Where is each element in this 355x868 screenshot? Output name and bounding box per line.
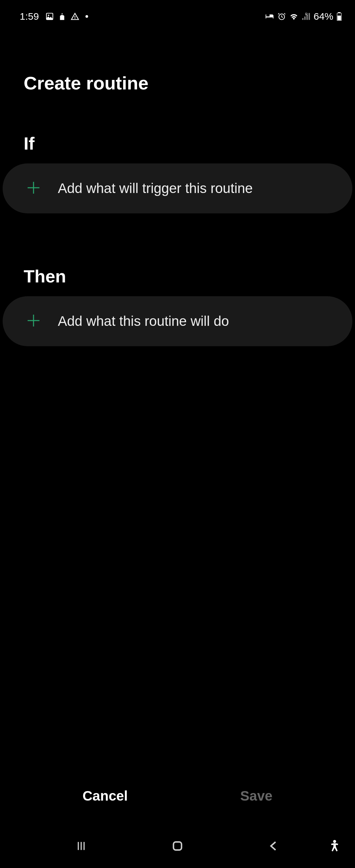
signal-icon: R [302, 13, 310, 20]
warning-icon [70, 12, 79, 21]
navigation-bar [0, 825, 355, 868]
home-icon[interactable] [171, 839, 184, 854]
add-action-label: Add what this routine will do [58, 313, 229, 329]
notification-dot-icon [86, 15, 88, 18]
wifi-icon [289, 13, 298, 20]
add-action-button[interactable]: Add what this routine will do [3, 296, 352, 346]
battery-icon [336, 12, 342, 21]
image-icon [45, 12, 54, 21]
add-trigger-label: Add what will trigger this routine [58, 181, 253, 196]
alarm-icon [278, 12, 286, 21]
status-bar: 1:59 R 64% [0, 0, 355, 30]
svg-rect-4 [304, 17, 306, 20]
save-button[interactable]: Save [227, 781, 286, 810]
svg-point-1 [48, 15, 49, 16]
svg-rect-18 [173, 842, 182, 850]
add-trigger-button[interactable]: Add what will trigger this routine [3, 163, 352, 213]
cancel-button[interactable]: Cancel [69, 781, 141, 810]
bed-icon [265, 13, 274, 20]
accessibility-icon[interactable] [327, 839, 342, 855]
plus-icon [26, 313, 41, 330]
page-title: Create routine [0, 30, 355, 107]
bottom-actions: Cancel Save [0, 781, 355, 810]
svg-rect-6 [309, 13, 310, 20]
svg-rect-10 [337, 16, 341, 20]
status-time: 1:59 [20, 11, 39, 22]
status-bar-right: R 64% [265, 11, 342, 22]
prayer-icon [58, 12, 66, 21]
status-bar-left: 1:59 [20, 11, 88, 22]
if-section-label: If [0, 107, 355, 163]
svg-rect-3 [302, 18, 303, 20]
then-section-label: Then [0, 213, 355, 296]
svg-text:R: R [305, 13, 308, 16]
back-icon[interactable] [267, 839, 281, 854]
plus-icon [26, 180, 41, 197]
battery-percentage: 64% [314, 11, 333, 22]
recents-icon[interactable] [74, 839, 88, 854]
svg-point-19 [333, 840, 336, 843]
